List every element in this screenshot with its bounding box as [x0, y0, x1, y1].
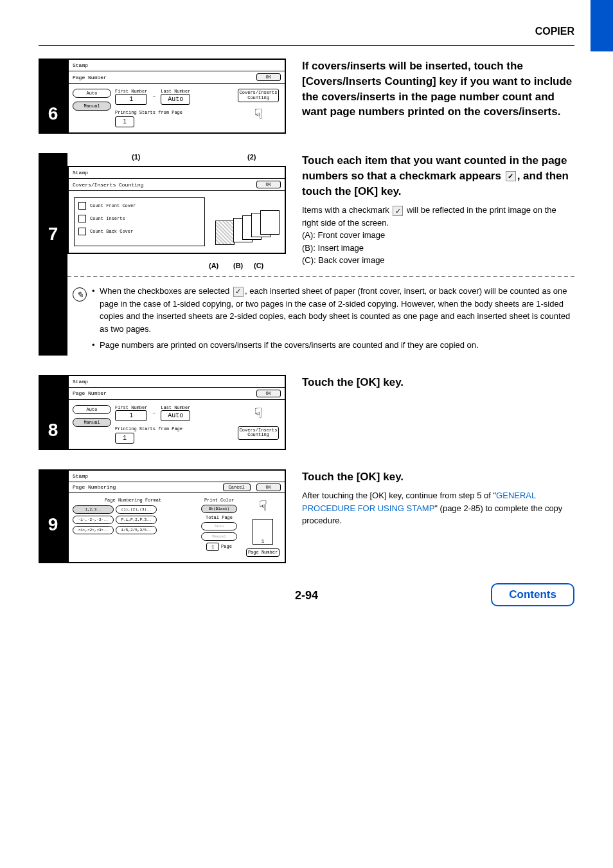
panel7-subtitle: Covers/Inserts Counting [73, 182, 143, 188]
checkmark-icon: ✓ [233, 287, 244, 297]
panel-step6: Stamp Page Number OK Auto Manual First N… [67, 59, 286, 134]
panel9-format-lbl: Page Numbering Format [73, 498, 193, 503]
panel6-manual-btn[interactable]: Manual [73, 102, 111, 111]
panel9-cancel[interactable]: Cancel [223, 484, 251, 491]
panel-step9: Stamp Page Numbering Cancel OK Page Numb… [67, 469, 286, 564]
checkmark-icon: ✓ [506, 171, 516, 181]
panel9-page-val[interactable]: 1 [206, 543, 219, 551]
panel6-starts-val[interactable]: 1 [115, 116, 134, 127]
panel9-total-manual[interactable]: Manual [201, 532, 237, 541]
panel8-last-lbl: Last Number [161, 405, 190, 410]
panel9-page-lbl: Page [221, 544, 232, 549]
panel9-total-lbl: Total Page [206, 515, 233, 520]
chk-inserts-lbl: Count Inserts [90, 216, 125, 221]
chk-front-cover[interactable] [78, 202, 86, 210]
panel8-first-val[interactable]: 1 [115, 410, 147, 421]
panel6-auto-val[interactable]: Auto [161, 94, 190, 105]
step7-body: Items with a checkmark ✓ will be reflect… [302, 204, 574, 267]
step9-body: After touching the [OK] key, continue fr… [302, 489, 574, 527]
chk-back-cover[interactable] [78, 228, 86, 235]
section-header: COPIER [0, 13, 613, 44]
touch-hand-icon: ☟ [254, 405, 262, 422]
touch-hand-icon: ☟ [254, 106, 262, 123]
panel6-auto-btn[interactable]: Auto [73, 89, 111, 98]
callout-2: (2) [247, 153, 256, 161]
fmt-btn-3[interactable]: P.1,P.2,P.3.. [116, 516, 157, 524]
panel6-tilde: ~ [152, 94, 155, 100]
panel9-pn-btn[interactable]: Page Number [246, 548, 280, 557]
step-number-6: 6 [39, 59, 67, 134]
panel6-subtitle: Page Number [73, 75, 107, 80]
callout-A: (A) [209, 262, 218, 269]
panel8-auto-btn[interactable]: Auto [73, 405, 111, 414]
fmt-btn-1[interactable]: (1),(2),(3).. [116, 505, 157, 514]
panel8-covers-btn[interactable]: Covers/Inserts Counting [238, 426, 280, 440]
panel-step8: Stamp Page Number OK Auto Manual First N… [67, 375, 286, 450]
panel8-first-lbl: First Number [115, 405, 147, 410]
fmt-btn-4[interactable]: <1>,<2>,<3>.. [73, 526, 114, 534]
step8-instruction: Touch the [OK] key. [302, 375, 574, 390]
panel9-title: Stamp [69, 471, 285, 482]
panel8-subtitle: Page Number [73, 390, 107, 396]
panel7-ok[interactable]: OK [256, 181, 281, 188]
header-rule [39, 45, 574, 46]
chk-front-cover-lbl: Count Front Cover [90, 203, 136, 208]
panel6-covers-btn[interactable]: Covers/Inserts Counting [238, 89, 280, 102]
dashed-separator [67, 276, 574, 277]
panel6-last-lbl: Last Number [161, 89, 190, 94]
panel8-title: Stamp [69, 376, 285, 388]
panel6-first-val[interactable]: 1 [115, 94, 147, 105]
panel9-format-grid: 1,2,3.. (1),(2),(3).. -1-,-2-,-3-.. P.1,… [73, 505, 193, 534]
callout-1: (1) [132, 153, 140, 161]
callout-C: (C) [254, 262, 263, 269]
panel6-starts-lbl: Printing Starts from Page [115, 110, 232, 115]
step9-instruction: Touch the [OK] key. [302, 469, 574, 485]
panel7-preview [210, 196, 281, 248]
edge-tab [591, 0, 613, 51]
step6-instruction: If covers/inserts will be inserted, touc… [302, 59, 574, 120]
panel9-printcolor-lbl: Print Color [204, 498, 234, 503]
chk-inserts[interactable] [78, 215, 86, 222]
panel8-starts-lbl: Printing Starts from Page [115, 426, 232, 431]
panel6-ok[interactable]: OK [256, 73, 281, 81]
panel8-auto-val[interactable]: Auto [161, 410, 190, 421]
panel8-ok[interactable]: OK [256, 390, 281, 397]
touch-hand-icon: ☟ [258, 498, 267, 515]
step7-notes: When the checkboxes are selected ✓, each… [92, 285, 574, 356]
panel8-starts-val[interactable]: 1 [115, 433, 134, 444]
step7-instruction: Touch each item that you want counted in… [302, 153, 574, 199]
chk-back-cover-lbl: Count Back Cover [90, 229, 133, 234]
panel9-preview: 1 [253, 519, 273, 545]
step-number-8: 8 [39, 375, 67, 450]
page-number: 2-94 [295, 589, 318, 602]
panel6-first-lbl: First Number [115, 89, 147, 94]
contents-button[interactable]: Contents [491, 583, 574, 606]
panel7-title: Stamp [69, 167, 285, 179]
panel9-ok[interactable]: OK [256, 484, 281, 491]
panel9-printcolor-val[interactable]: Bk(Black) [201, 505, 237, 513]
panel-step7: Stamp Covers/Inserts Counting OK Count F… [67, 166, 286, 254]
panel9-total-auto[interactable]: Auto [201, 522, 237, 530]
panel8-tilde: ~ [152, 410, 155, 416]
note-icon: ✎ [73, 287, 87, 302]
panel6-title: Stamp [69, 60, 285, 71]
step-number-7: 7 [39, 153, 67, 269]
fmt-btn-5[interactable]: 1/5,2/5,3/5.. [116, 526, 157, 534]
fmt-btn-0[interactable]: 1,2,3.. [73, 505, 114, 514]
panel9-subtitle: Page Numbering [73, 484, 116, 490]
panel7-checklist: Count Front Cover Count Inserts Count Ba… [74, 197, 205, 246]
step-number-9: 9 [39, 469, 67, 564]
fmt-btn-2[interactable]: -1-,-2-,-3-.. [73, 516, 114, 524]
callout-B: (B) [233, 262, 243, 269]
checkmark-icon: ✓ [393, 206, 403, 216]
panel8-manual-btn[interactable]: Manual [73, 418, 111, 427]
